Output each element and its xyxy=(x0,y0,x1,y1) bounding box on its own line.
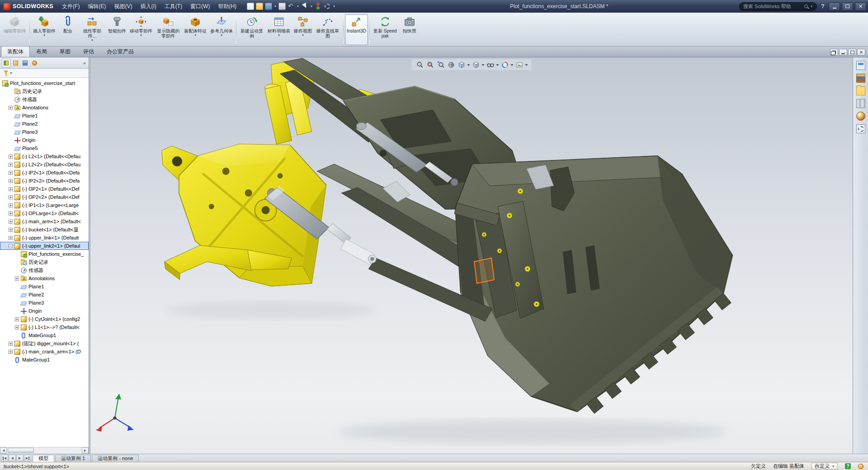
tree-item-sub-mategroup1[interactable]: MateGroup1 xyxy=(0,331,89,339)
tab-office-products[interactable]: 办公室产品 xyxy=(100,46,140,57)
search-icon[interactable] xyxy=(804,5,808,8)
search-caret-icon[interactable]: ▼ xyxy=(810,5,813,8)
expand-icon[interactable]: + xyxy=(15,325,19,329)
hide-show-caret-icon[interactable] xyxy=(496,64,499,67)
doc-maximize-button[interactable] xyxy=(848,49,856,56)
apply-scene-button[interactable] xyxy=(515,60,524,69)
tree-item-sub-annotations[interactable]: +Annotations xyxy=(0,274,89,282)
maximize-button[interactable] xyxy=(842,2,853,11)
previous-view-button[interactable] xyxy=(436,60,445,69)
expand-icon[interactable]: + xyxy=(9,342,13,346)
doc-close-button[interactable]: ✕ xyxy=(857,49,865,56)
view-orientation-caret-icon[interactable] xyxy=(467,64,470,67)
dropdown-caret-icon[interactable]: ▼ xyxy=(91,39,94,42)
insert-components-button[interactable]: 插入零部件 ▼ xyxy=(31,14,57,45)
tree-item-main-crank-arm-1[interactable]: +(-) main_crank_arm<1> (D xyxy=(0,348,89,356)
smart-fasteners-button[interactable]: 智能扣件 xyxy=(106,14,128,45)
tree-item-sub-sensors[interactable]: 传感器 xyxy=(0,266,89,274)
expand-icon[interactable]: + xyxy=(15,277,19,281)
menu-tools[interactable]: 工具(T) xyxy=(160,0,186,13)
tree-item-history[interactable]: 历史记录 xyxy=(0,87,89,95)
save-icon[interactable] xyxy=(265,3,272,10)
design-library-icon[interactable] xyxy=(856,74,865,83)
select-arrow-icon[interactable] xyxy=(301,3,308,10)
options-gear-icon[interactable] xyxy=(324,3,331,10)
next-tab-button[interactable] xyxy=(16,455,24,461)
property-manager-tab-icon[interactable] xyxy=(11,59,20,67)
tree-item-l2-1[interactable]: +(-) L2<1> (Default<<Defau xyxy=(0,152,89,160)
linear-pattern-button[interactable]: 线性零部件... ▼ xyxy=(78,14,106,45)
previous-tab-button[interactable] xyxy=(9,455,16,461)
tree-item-l1-1[interactable]: +(-) L1<1>-->? (Default< xyxy=(0,323,89,331)
dropdown-caret-icon[interactable]: ▼ xyxy=(43,34,46,37)
print-icon[interactable] xyxy=(278,3,286,10)
quick-tip-icon[interactable]: ? xyxy=(845,463,851,469)
expand-icon[interactable]: + xyxy=(9,195,13,199)
display-style-caret-icon[interactable] xyxy=(482,64,485,67)
new-document-icon[interactable] xyxy=(247,3,254,10)
mate-button[interactable]: 配合 xyxy=(57,14,78,45)
custom-properties-icon[interactable] xyxy=(856,124,865,133)
tree-horizontal-scrollbar[interactable] xyxy=(0,447,89,454)
instant3d-button[interactable]: Instant3D xyxy=(345,14,368,45)
tree-item-upper-link2-1[interactable]: −(-) upper_link2<1> (Defaul xyxy=(0,242,89,250)
doc-minimize-button[interactable] xyxy=(839,49,847,56)
undo-icon[interactable] xyxy=(288,3,295,10)
tree-item-sub-origin[interactable]: Origin xyxy=(0,307,89,315)
tab-motion-study-none[interactable]: 运动算例 - none xyxy=(92,455,139,462)
resource-monitor-icon[interactable] xyxy=(858,464,863,469)
save-caret-icon[interactable]: ▼ xyxy=(274,5,277,8)
menu-file[interactable]: 文件(F) xyxy=(58,0,84,13)
menu-edit[interactable]: 编辑(E) xyxy=(84,0,110,13)
expand-icon[interactable]: + xyxy=(9,236,13,240)
exploded-view-button[interactable]: 爆炸视图 ▼ xyxy=(292,14,314,45)
tree-item-mategroup1[interactable]: MateGroup1 xyxy=(0,356,89,364)
filter-caret-icon[interactable]: ▼ xyxy=(9,71,13,75)
menu-help[interactable]: 帮助(H) xyxy=(214,0,241,13)
tab-assembly[interactable]: 装配体 xyxy=(1,46,30,57)
expand-icon[interactable]: + xyxy=(9,220,13,224)
tree-item-l2-2[interactable]: +(-) L2<2> (Default<<Defau xyxy=(0,160,89,169)
options-caret-icon[interactable]: ▼ xyxy=(333,5,335,8)
first-tab-button[interactable] xyxy=(1,455,8,461)
explode-line-sketch-button[interactable]: 爆炸直线草图 xyxy=(314,14,342,45)
section-view-button[interactable] xyxy=(447,60,456,69)
tree-item-sub-root[interactable]: Plot_functions_exercise_ xyxy=(0,250,89,258)
tree-item-plane1[interactable]: Plane1 xyxy=(0,112,89,120)
tree-item-plane5[interactable]: Plane5 xyxy=(0,144,89,152)
tree-item-ip2-2[interactable]: +(-) IP2<2> (Default<<Defa xyxy=(0,177,89,185)
menu-insert[interactable]: 插入(I) xyxy=(136,0,160,13)
dropdown-caret-icon[interactable]: ▼ xyxy=(140,34,142,37)
doc-restore-button[interactable] xyxy=(830,49,838,56)
take-snapshot-button[interactable]: 拍快照 xyxy=(399,14,420,45)
view-palette-icon[interactable] xyxy=(856,99,865,108)
tab-motion-study-1[interactable]: 运动算例 1 xyxy=(55,455,91,462)
tree-item-cyljoint-1[interactable]: +(-) CylJoint<1> (config2 xyxy=(0,315,89,323)
display-style-button[interactable] xyxy=(472,60,481,69)
menu-view[interactable]: 视图(V) xyxy=(110,0,136,13)
move-component-button[interactable]: 移动零部件 ▼ xyxy=(128,14,154,45)
tree-item-sub-plane3[interactable]: Plane3 xyxy=(0,299,89,307)
edit-component-button[interactable]: 编辑零部件 xyxy=(2,14,28,45)
collapse-icon[interactable]: − xyxy=(9,244,13,248)
assembly-features-button[interactable]: 装配体特征 ▼ xyxy=(182,14,208,45)
filter-funnel-icon[interactable] xyxy=(4,70,8,76)
expand-icon[interactable]: + xyxy=(9,155,13,159)
tree-item-sensors[interactable]: 传感器 xyxy=(0,95,89,103)
scroll-right-button[interactable] xyxy=(82,447,89,454)
expand-icon[interactable]: + xyxy=(15,317,19,321)
dropdown-caret-icon[interactable]: ▼ xyxy=(194,34,197,37)
expand-icon[interactable]: + xyxy=(9,163,13,167)
tab-sketch[interactable]: 草图 xyxy=(53,46,77,57)
tree-item-digger-mount-1[interactable]: +(固定) digger_mount<1> ( xyxy=(0,339,89,348)
expand-icon[interactable]: + xyxy=(9,212,13,216)
hide-show-items-button[interactable] xyxy=(486,60,495,69)
expand-icon[interactable]: + xyxy=(9,203,13,207)
display-manager-tab-icon[interactable] xyxy=(30,59,39,67)
file-explorer-icon[interactable] xyxy=(856,86,865,95)
model-3d-scene[interactable] xyxy=(90,57,853,454)
appearances-icon[interactable] xyxy=(856,112,865,121)
expand-icon[interactable]: + xyxy=(9,228,13,232)
update-speedpak-button[interactable]: 更新 Speedpak xyxy=(371,14,399,45)
tab-model[interactable]: 模型 xyxy=(33,455,54,462)
